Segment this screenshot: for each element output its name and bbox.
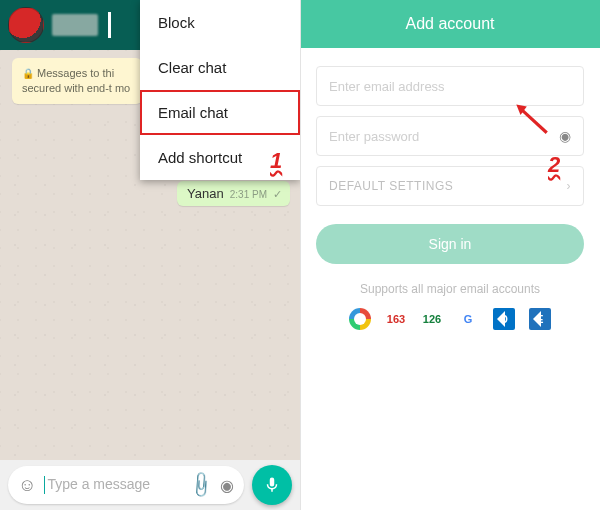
menu-item-clear-chat[interactable]: Clear chat <box>140 45 300 90</box>
lock-icon: 🔒 <box>22 68 34 79</box>
support-text: Supports all major email accounts <box>316 282 584 296</box>
add-account-pane: Add account Enter email address Enter pa… <box>300 0 600 510</box>
avatar[interactable] <box>8 7 44 43</box>
password-placeholder: Enter password <box>329 129 419 144</box>
message-text: Yanan <box>187 186 224 201</box>
message-row: Yanan 2:31 PM ✓ <box>10 181 290 206</box>
input-bar: ☺ Type a message 📎 ◉ <box>0 460 300 510</box>
encryption-notice[interactable]: 🔒 Messages to thi secured with end-t mo <box>12 58 142 104</box>
contact-name-blurred <box>52 14 98 36</box>
annotation-arrow <box>510 96 552 142</box>
annotation-1: 1 <box>270 148 282 174</box>
menu-item-block[interactable]: Block <box>140 0 300 45</box>
signin-form: Enter email address Enter password ◉ DEF… <box>300 48 600 330</box>
annotation-2: 2 <box>548 152 560 178</box>
provider-126-icon[interactable]: 126 <box>421 308 443 330</box>
attach-icon[interactable]: 📎 <box>185 469 216 500</box>
message-input[interactable]: Type a message <box>44 476 182 494</box>
message-input-container: ☺ Type a message 📎 ◉ <box>8 466 244 504</box>
camera-icon[interactable]: ◉ <box>220 476 234 495</box>
email-placeholder: Enter email address <box>329 79 445 94</box>
provider-outlook-icon[interactable]: O <box>493 308 515 330</box>
encryption-text: Messages to thi secured with end-t mo <box>22 67 130 94</box>
tick-icon: ✓ <box>273 188 282 201</box>
default-settings-row[interactable]: DEFAULT SETTINGS › <box>316 166 584 206</box>
provider-exchange-icon[interactable]: E <box>529 308 551 330</box>
whatsapp-chat-pane: 🔒 Messages to thi secured with end-t mo … <box>0 0 300 510</box>
chevron-right-icon: › <box>567 179 572 193</box>
provider-163-icon[interactable]: 163 <box>385 308 407 330</box>
menu-item-email-chat[interactable]: Email chat <box>140 90 300 135</box>
message-time: 2:31 PM <box>230 189 267 200</box>
add-account-title: Add account <box>300 0 600 48</box>
provider-qq-icon[interactable] <box>349 308 371 330</box>
pane-divider <box>300 0 301 510</box>
sign-in-button[interactable]: Sign in <box>316 224 584 264</box>
placeholder-text: Type a message <box>47 476 150 492</box>
default-settings-label: DEFAULT SETTINGS <box>329 179 453 193</box>
emoji-icon[interactable]: ☺ <box>18 475 36 496</box>
mic-button[interactable] <box>252 465 292 505</box>
eye-icon[interactable]: ◉ <box>559 128 571 144</box>
providers-row: 163 126 G O E <box>316 308 584 330</box>
cursor-indicator <box>108 12 111 38</box>
message-bubble[interactable]: Yanan 2:31 PM ✓ <box>177 181 290 206</box>
provider-google-icon[interactable]: G <box>457 308 479 330</box>
mic-icon <box>263 476 281 494</box>
